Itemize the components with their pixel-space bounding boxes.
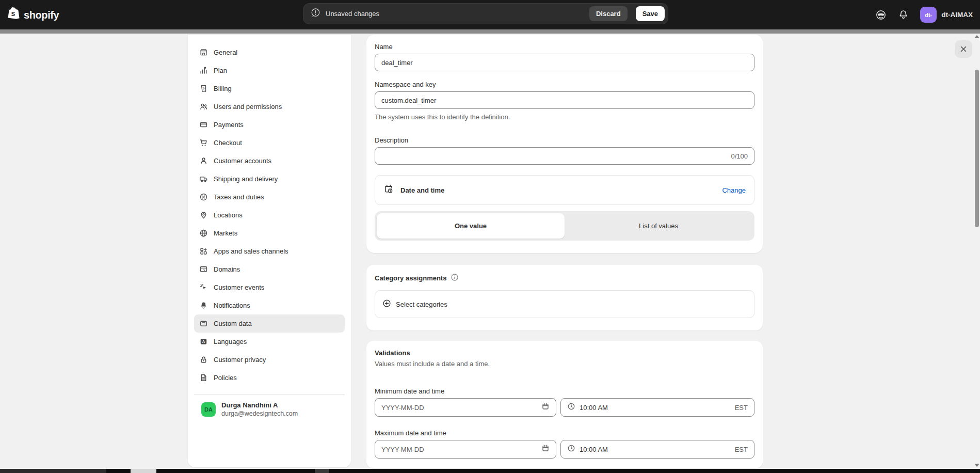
sidebar-item-billing[interactable]: $ Billing [194, 80, 345, 98]
namespace-input[interactable] [381, 97, 748, 104]
sidebar-item-languages[interactable]: A Languages [194, 333, 345, 351]
topbar-right: dt- dt-AIMAX [875, 0, 973, 29]
segment-one-value[interactable]: One value [377, 213, 565, 239]
scrollbar-down-arrow[interactable] [974, 464, 979, 467]
sidebar-item-apps[interactable]: Apps and sales channels [194, 242, 345, 260]
globe-icon [199, 229, 208, 238]
name-label: Name [375, 43, 754, 51]
change-type-link[interactable]: Change [722, 186, 746, 194]
sidebar-item-customer-events[interactable]: Customer events [194, 278, 345, 296]
account-menu[interactable]: dt- dt-AIMAX [920, 7, 973, 23]
notifications-bell-icon[interactable] [898, 9, 909, 20]
domains-browser-icon [199, 265, 208, 274]
namespace-help-text: The system uses this to identify the def… [375, 113, 754, 121]
char-counter: 0/100 [731, 152, 748, 160]
translate-icon: A [199, 337, 208, 346]
settings-sidebar: General Plan $ Billing Users and permiss… [188, 35, 351, 467]
min-datetime-label: Minimum date and time [375, 387, 754, 395]
min-time-input[interactable] [580, 404, 731, 412]
validations-subtitle: Values must include a date and a time. [375, 360, 754, 368]
shopify-wordmark: shopify [24, 9, 59, 21]
apps-grid-icon [199, 247, 208, 256]
sidebar-item-policies[interactable]: Policies [194, 369, 345, 387]
max-date-field [375, 440, 556, 459]
cursor-click-icon [199, 283, 208, 292]
sidebar-item-domains[interactable]: Domains [194, 260, 345, 278]
segment-list-of-values[interactable]: List of values [565, 213, 752, 239]
scrollbar-thumb[interactable] [975, 70, 979, 227]
billing-receipt-icon: $ [199, 84, 208, 93]
document-icon [199, 373, 208, 382]
scrollbar-up-arrow[interactable] [974, 35, 979, 38]
content-type-label: Date and time [400, 186, 444, 194]
description-input[interactable] [381, 152, 727, 160]
description-field-wrap: 0/100 [375, 147, 754, 165]
max-time-input[interactable] [580, 446, 731, 453]
select-categories-button[interactable]: Select categories [375, 290, 754, 318]
namespace-label: Namespace and key [375, 81, 754, 88]
alert-circle-icon [311, 8, 320, 20]
clock-icon [567, 444, 575, 454]
plus-circle-icon [382, 299, 391, 309]
save-button[interactable]: Save [636, 6, 665, 21]
description-label: Description [375, 136, 754, 144]
topbar: S shopify Unsaved changes Discard Save [0, 0, 980, 29]
sidebar-item-customer-accounts[interactable]: Customer accounts [194, 152, 345, 170]
shopify-logo: S shopify [7, 7, 59, 23]
shopify-bag-icon: S [7, 7, 20, 23]
cart-icon [199, 138, 208, 147]
min-time-field: EST [560, 398, 754, 417]
sidebar-user-footer[interactable]: DA Durga Nandhini A durga@wedesigntech.c… [194, 394, 345, 424]
truck-icon [199, 175, 208, 183]
sidebar-item-users-permissions[interactable]: Users and permissions [194, 98, 345, 116]
sidebar-item-payments[interactable]: Payments [194, 116, 345, 134]
sidekick-assistant-icon[interactable] [875, 9, 887, 21]
store-name: dt-AIMAX [941, 11, 973, 19]
user-avatar: DA [201, 402, 216, 417]
user-name: Durga Nandhini A [221, 401, 298, 409]
unsaved-changes-bar: Unsaved changes Discard Save [303, 3, 668, 24]
sidebar-item-general[interactable]: General [194, 43, 345, 61]
store-avatar: dt- [920, 7, 937, 23]
sidebar-item-notifications[interactable]: Notifications [194, 296, 345, 314]
calendar-icon[interactable] [541, 402, 550, 413]
name-input[interactable] [381, 59, 748, 67]
location-pin-icon [199, 211, 208, 219]
plan-chart-icon [199, 66, 208, 75]
min-date-input[interactable] [381, 404, 537, 412]
lock-icon [199, 355, 208, 364]
sidebar-item-locations[interactable]: Locations [194, 206, 345, 224]
sidebar-item-shipping[interactable]: Shipping and delivery [194, 170, 345, 188]
bottom-edge-bar [0, 469, 980, 473]
close-icon [960, 45, 967, 53]
discard-button[interactable]: Discard [589, 6, 628, 21]
category-assignments-title: Category assignments [375, 274, 446, 282]
info-icon[interactable] [451, 273, 459, 283]
settings-nav: General Plan $ Billing Users and permiss… [188, 35, 351, 424]
sidebar-item-markets[interactable]: Markets [194, 224, 345, 242]
metafield-definition-panel: Name Namespace and key The system uses t… [366, 35, 763, 468]
sidebar-item-plan[interactable]: Plan [194, 61, 345, 80]
name-field-wrap [375, 54, 754, 71]
definition-card: Name Namespace and key The system uses t… [366, 35, 763, 253]
max-time-field: EST [560, 440, 754, 459]
sidebar-item-taxes[interactable]: Taxes and duties [194, 188, 345, 206]
bell-icon [199, 301, 208, 310]
user-email: durga@wedesigntech.com [221, 409, 298, 418]
person-icon [199, 156, 208, 165]
value-mode-segmented-control: One value List of values [375, 211, 754, 241]
validations-card: Validations Values must include a date a… [366, 341, 763, 468]
calendar-icon[interactable] [541, 444, 550, 454]
svg-text:$: $ [203, 86, 205, 90]
sidebar-item-custom-data[interactable]: Custom data [194, 314, 345, 333]
sidebar-item-checkout[interactable]: Checkout [194, 134, 345, 152]
page-top-divider-strip [0, 29, 980, 34]
store-icon [199, 48, 208, 57]
close-button[interactable] [955, 40, 972, 58]
validations-title: Validations [375, 349, 754, 357]
svg-text:A: A [202, 339, 205, 344]
sidebar-item-customer-privacy[interactable]: Customer privacy [194, 351, 345, 369]
namespace-field-wrap [375, 91, 754, 109]
max-date-input[interactable] [381, 446, 537, 453]
category-assignments-card: Category assignments Select categories [366, 265, 763, 330]
